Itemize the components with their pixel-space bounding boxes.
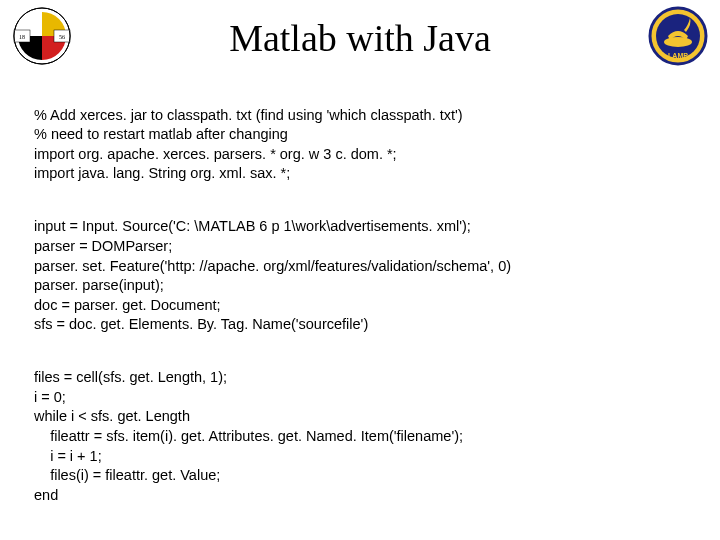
code-block-2: input = Input. Source('C: \MATLAB 6 p 1\… — [34, 217, 680, 334]
code-content: % Add xerces. jar to classpath. txt (fin… — [34, 86, 680, 525]
code-block-3: files = cell(sfs. get. Length, 1); i = 0… — [34, 368, 680, 505]
slide-title: Matlab with Java — [0, 16, 720, 60]
code-block-1: % Add xerces. jar to classpath. txt (fin… — [34, 106, 680, 184]
